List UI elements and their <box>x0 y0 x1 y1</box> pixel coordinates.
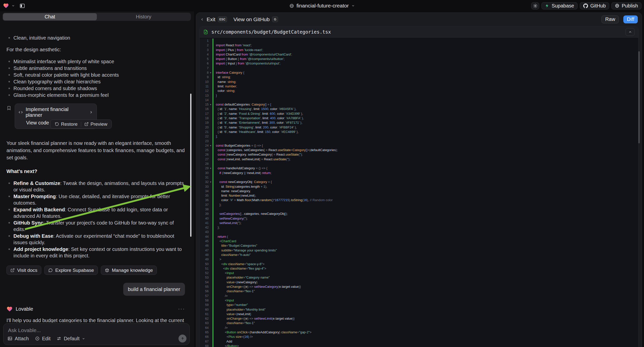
chip-explore-supabase[interactable]: Explore Supabase <box>44 266 98 275</box>
code-text: }; <box>212 225 638 230</box>
exit-button[interactable]: Exit <box>206 16 215 22</box>
code-line: 18 { id: '3', name: 'Transportation', li… <box>200 116 638 120</box>
code-text: { id: '1', name: 'Housing', limit: 1500,… <box>212 107 638 111</box>
chip-manage-knowledge[interactable]: Manage knowledge <box>101 266 157 275</box>
bookmark-icon[interactable] <box>6 104 12 129</box>
file-path: src/components/budget/BudgetCategories.t… <box>211 29 622 34</box>
code-text: </Button> <box>212 344 638 347</box>
github-button[interactable]: GitHub <box>580 2 609 10</box>
chat-paragraph: Your sleek financial planner is now read… <box>6 140 185 161</box>
code-line: 43 <box>200 230 638 234</box>
code-scrollbar[interactable] <box>638 51 640 144</box>
edit-mode-button[interactable]: Edit <box>35 336 50 342</box>
code-line: 34 name: newCategory, <box>200 189 638 194</box>
code-editor[interactable]: 12import React from 'react';3import { Pl… <box>200 38 638 347</box>
collapse-file-button[interactable] <box>626 28 634 36</box>
fold-chevron-icon[interactable]: ▾ <box>208 166 212 170</box>
panel-left-icon[interactable] <box>20 3 25 9</box>
line-number: 68 <box>200 344 208 347</box>
attach-button[interactable]: Attach <box>8 336 29 342</box>
code-line: 47 subtitle="Manage your spending limits… <box>200 248 638 253</box>
fold-gutter <box>208 266 212 271</box>
fold-gutter <box>208 43 212 48</box>
code-text <box>212 230 638 234</box>
settings-button[interactable] <box>531 2 539 10</box>
line-number: 25 <box>200 148 208 152</box>
fold-chevron-icon[interactable]: ▾ <box>208 180 212 184</box>
code-text: subtitle="Manage your spending limits" <box>212 248 638 253</box>
message-circle-icon <box>48 268 53 272</box>
line-number: 31 <box>200 175 208 180</box>
code-text: import { Button } from '@/components/ui/… <box>212 57 638 61</box>
chat-scrollbar[interactable] <box>190 94 192 237</box>
code-line: 68 </Button> <box>200 344 638 347</box>
tab-chat[interactable]: Chat <box>3 13 97 20</box>
fold-chevron-icon[interactable]: ▾ <box>208 102 212 107</box>
code-text: color: string; <box>212 88 638 93</box>
fold-gutter <box>208 321 212 325</box>
assistant-header: Lovable··· <box>6 306 185 312</box>
model-selector[interactable]: Default <box>56 336 85 342</box>
line-number: 18 <box>200 116 208 120</box>
chat-bullet: Master Prompting: Use clear, detailed, a… <box>6 193 185 206</box>
code-text <box>212 175 638 180</box>
view-on-github-link[interactable]: View on GitHub <box>234 16 270 22</box>
code-line: 62 onChange={(e) => setNewLimit(e.target… <box>200 316 638 321</box>
fold-gutter <box>208 198 212 202</box>
line-number: 35 <box>200 194 208 198</box>
arrow-up-icon <box>180 336 185 341</box>
line-number: 26 <box>200 152 208 157</box>
message-menu-icon[interactable]: ··· <box>178 306 185 312</box>
line-number: 54 <box>200 280 208 284</box>
supabase-button[interactable]: Supabase <box>542 2 578 10</box>
code-line: 31 <box>200 175 638 180</box>
diff-button[interactable]: Diff <box>623 16 638 24</box>
code-line: 33 id: String(categories.length + 1), <box>200 184 638 189</box>
publish-button[interactable]: Publish <box>612 2 642 10</box>
file-header[interactable]: src/components/budget/BudgetCategories.t… <box>200 26 638 38</box>
tab-history[interactable]: History <box>97 13 191 20</box>
fold-chevron-icon[interactable]: ▾ <box>208 70 212 75</box>
chevron-down-icon[interactable] <box>12 4 15 8</box>
chat-bullet: Glass-morphic elements for a premium fee… <box>6 92 185 98</box>
code-line: 60 placeholder="Monthly limit" <box>200 308 638 312</box>
line-number: 33 <box>200 184 208 189</box>
fold-gutter <box>208 339 212 344</box>
fold-gutter <box>208 262 212 266</box>
code-text: limit: Number(newLimit), <box>212 194 638 198</box>
send-button[interactable] <box>178 334 186 342</box>
restore-button[interactable]: Restore <box>52 122 81 127</box>
code-text: Add <box>212 339 638 344</box>
line-number: 65 <box>200 330 208 334</box>
line-number: 1 <box>200 38 208 43</box>
code-text: name: newCategory, <box>212 189 638 194</box>
fold-chevron-icon[interactable]: ▾ <box>208 144 212 148</box>
project-switcher[interactable]: financial-future-creator <box>289 3 355 9</box>
code-line: 56 className="flex-1" <box>200 289 638 294</box>
lovable-logo-icon[interactable] <box>3 3 9 9</box>
code-text: const BudgetCategories = () => { <box>212 144 638 148</box>
fold-gutter <box>208 289 212 294</box>
code-text: <Button onClick={handleAddCategory} clas… <box>212 330 638 334</box>
line-number: 11 <box>200 84 208 88</box>
preview-button[interactable]: Preview <box>81 122 111 127</box>
chat-scroll[interactable]: Clean, intuitive navigationFor the desig… <box>0 33 190 322</box>
line-number: 56 <box>200 289 208 294</box>
fold-gutter <box>208 139 212 144</box>
chat-input[interactable] <box>8 327 132 334</box>
code-text: className="h-auto" <box>212 253 638 257</box>
code-line: 57 /> <box>200 294 638 298</box>
code-line: 45 <ChartCard <box>200 239 638 244</box>
fold-gutter <box>208 112 212 116</box>
code-line: 40 setNewCategory(''); <box>200 216 638 221</box>
line-number: 39 <box>200 212 208 216</box>
line-number: 16 <box>200 107 208 111</box>
line-number: 60 <box>200 308 208 312</box>
chip-visit-docs[interactable]: Visit docs <box>6 266 41 275</box>
line-number: 7 <box>200 66 208 70</box>
fold-gutter <box>208 61 212 66</box>
code-text: <div className="flex gap-4"> <box>212 266 638 271</box>
raw-button[interactable]: Raw <box>602 16 619 24</box>
chat-heading: What's next? <box>6 168 185 175</box>
line-number: 32 <box>200 180 208 184</box>
